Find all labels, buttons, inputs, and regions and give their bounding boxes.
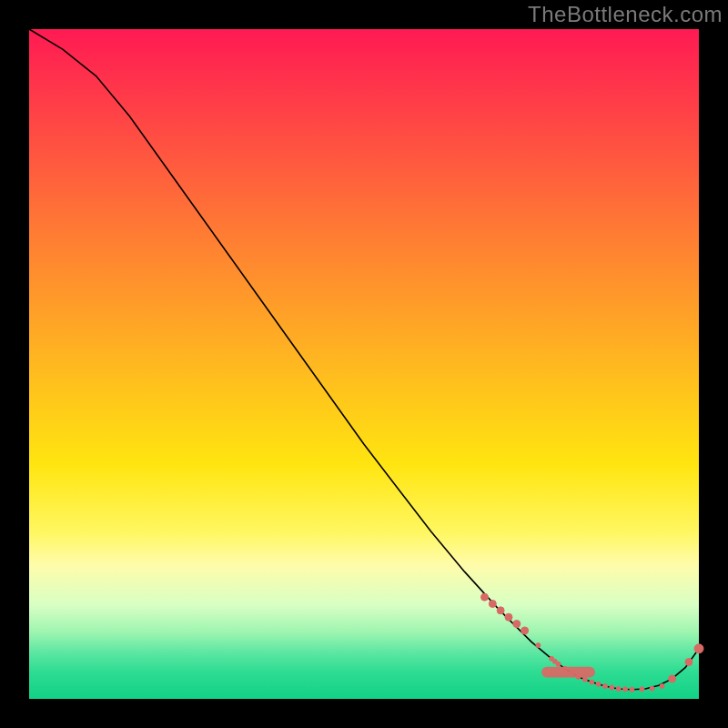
marker-point: [640, 687, 644, 692]
series-label-marker: [541, 667, 595, 678]
marker-point: [616, 686, 621, 691]
marker-point: [602, 684, 607, 689]
marker-point: [610, 685, 614, 690]
marker-point: [630, 687, 634, 692]
marker-point: [497, 607, 504, 614]
watermark-text: TheBottleneck.com: [528, 2, 723, 27]
marker-point: [513, 621, 521, 628]
plot-area: [29, 29, 699, 699]
bottleneck-curve: [29, 29, 699, 690]
marker-point: [480, 593, 488, 601]
chart-svg: [29, 29, 699, 699]
marker-point: [660, 684, 664, 689]
marker-point: [590, 680, 594, 684]
marker-point: [596, 682, 601, 686]
marker-point: [556, 662, 561, 666]
marker-point: [685, 659, 693, 666]
marker-point: [536, 643, 541, 648]
marker-point: [650, 686, 654, 691]
marker-point: [623, 687, 628, 692]
optimal-range-markers: [480, 593, 703, 692]
marker-point: [669, 675, 676, 682]
marker-point: [694, 644, 703, 653]
marker-point: [521, 627, 529, 634]
marker-point: [582, 677, 587, 682]
marker-point: [489, 600, 496, 607]
marker-point: [505, 613, 512, 621]
